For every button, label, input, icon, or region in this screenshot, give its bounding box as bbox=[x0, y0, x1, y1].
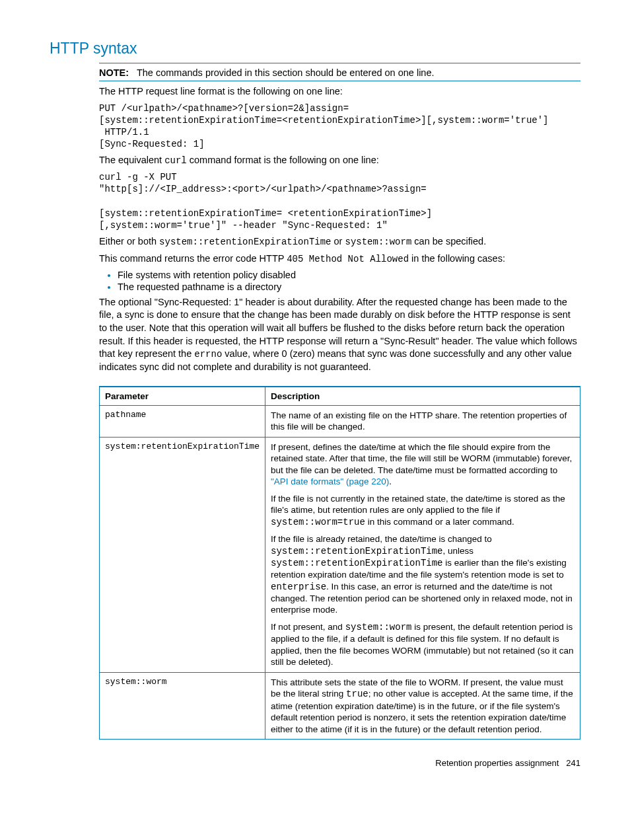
intro-1: The HTTP request line format is the foll… bbox=[99, 85, 580, 98]
footer-title: Retention properties assignment bbox=[435, 758, 559, 768]
either-mid: or bbox=[332, 236, 345, 247]
description-paragraph: The name of an existing file on the HTTP… bbox=[271, 410, 575, 433]
intro2-pre: The equivalent bbox=[99, 155, 164, 165]
doc-link[interactable]: "API date formats" (page 220) bbox=[271, 477, 389, 486]
intro-2: The equivalent curl command format is th… bbox=[99, 154, 580, 167]
description-text: If the file is already retained, the dat… bbox=[271, 534, 492, 544]
note-block: NOTE: The commands provided in this sect… bbox=[99, 67, 580, 78]
inline-code: true bbox=[346, 689, 368, 699]
table-cell-description: If present, defines the date/time at whi… bbox=[265, 437, 580, 672]
either-pre: Either or both bbox=[99, 236, 159, 247]
page-footer: Retention properties assignment 241 bbox=[99, 758, 580, 768]
section-heading: HTTP syntax bbox=[50, 40, 580, 57]
table-cell-parameter: system:retentionExpirationTime bbox=[100, 437, 265, 672]
description-text: If the file is not currently in the reta… bbox=[271, 494, 565, 515]
description-text: in this command or a later command. bbox=[365, 517, 514, 527]
table-header-description: Description bbox=[265, 387, 580, 406]
description-text: If not present, and bbox=[271, 622, 345, 632]
description-text: If present, defines the date/time at whi… bbox=[271, 442, 572, 475]
table-cell-parameter: pathname bbox=[100, 405, 265, 437]
parameter-table: Parameter Description pathnameThe name o… bbox=[99, 386, 580, 740]
description-text: , unless bbox=[443, 546, 474, 556]
error-line: This command returns the error code HTTP… bbox=[99, 252, 580, 266]
note-separator-top bbox=[99, 63, 580, 63]
note-text bbox=[131, 67, 137, 78]
err-post: in the following cases: bbox=[409, 253, 505, 264]
table-header-parameter: Parameter bbox=[100, 387, 265, 406]
list-item-text: File systems with retention policy disab… bbox=[118, 270, 296, 280]
footer-page-number: 241 bbox=[566, 758, 580, 768]
table-cell-parameter: system::worm bbox=[100, 672, 265, 739]
curl-code: curl bbox=[164, 155, 187, 166]
inline-code: system::retentionExpirationTime bbox=[271, 546, 442, 556]
list-item: File systems with retention policy disab… bbox=[118, 270, 580, 280]
table-row: system:retentionExpirationTimeIf present… bbox=[100, 437, 580, 672]
note-separator-bottom bbox=[99, 81, 580, 81]
intro2-post: command format is the following on one l… bbox=[187, 155, 379, 165]
sync-paragraph: The optional "Sync-Requested: 1" header … bbox=[99, 296, 580, 374]
inline-code: enterprise bbox=[271, 582, 326, 592]
table-row: pathnameThe name of an existing file on … bbox=[100, 405, 580, 437]
list-item: The requested pathname is a directory bbox=[118, 282, 580, 292]
inline-code: system::retentionExpirationTime bbox=[271, 558, 442, 568]
description-paragraph: If not present, and system::worm is pres… bbox=[271, 621, 575, 668]
note-label: NOTE: bbox=[99, 67, 129, 78]
inline-code: system::worm=true bbox=[271, 517, 365, 527]
err-pre: This command returns the error code HTTP bbox=[99, 253, 287, 264]
note-text-content: The commands provided in this section sh… bbox=[137, 67, 435, 78]
errno-code: errno bbox=[194, 349, 222, 360]
table-cell-description: The name of an existing file on the HTTP… bbox=[265, 405, 580, 437]
either-c2: system::worm bbox=[345, 237, 411, 247]
description-text: . bbox=[389, 477, 392, 486]
description-paragraph: This attribute sets the state of the fil… bbox=[271, 677, 575, 735]
description-paragraph: If the file is not currently in the reta… bbox=[271, 493, 575, 528]
inline-code: system::worm bbox=[345, 622, 412, 632]
table-cell-description: This attribute sets the state of the fil… bbox=[265, 672, 580, 739]
table-row: system::wormThis attribute sets the stat… bbox=[100, 672, 580, 739]
curl-command-code: curl -g -X PUT "http[s]://<IP_address>:<… bbox=[99, 171, 580, 231]
description-paragraph: If the file is already retained, the dat… bbox=[271, 533, 575, 616]
list-item-text: The requested pathname is a directory bbox=[118, 282, 281, 292]
either-line: Either or both system::retentionExpirati… bbox=[99, 235, 580, 248]
description-paragraph: If present, defines the date/time at whi… bbox=[271, 441, 575, 488]
err-code: 405 Method Not Allowed bbox=[287, 254, 409, 264]
either-c1: system::retentionExpirationTime bbox=[159, 237, 331, 247]
http-request-code: PUT /<urlpath>/<pathname>?[version=2&]as… bbox=[99, 102, 580, 151]
either-post: can be specified. bbox=[411, 236, 486, 247]
error-cases-list: File systems with retention policy disab… bbox=[99, 270, 580, 292]
